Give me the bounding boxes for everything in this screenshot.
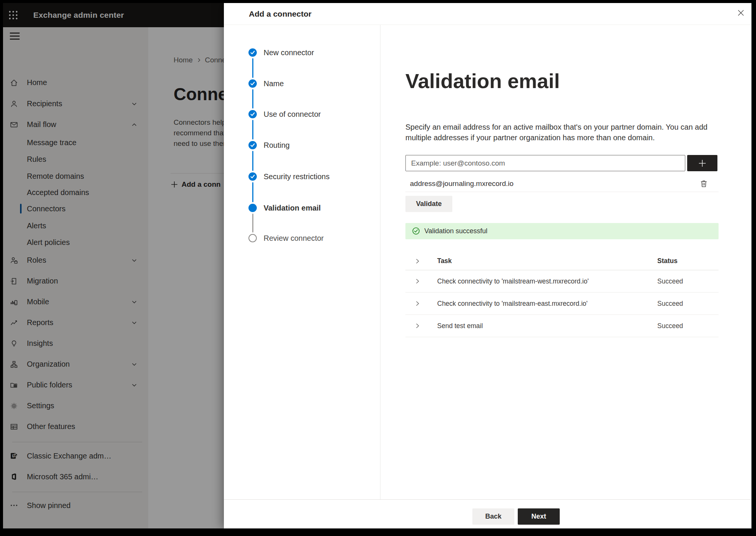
success-message: Validation successful [424, 223, 487, 239]
step-current-icon [248, 204, 257, 212]
added-address-row: address@journaling.mxrecord.io [405, 175, 719, 192]
validation-success-banner: Validation successful [405, 223, 719, 239]
step-heading: Validation email [405, 70, 560, 92]
chevron-right-icon[interactable] [414, 323, 421, 329]
step-review-connector[interactable]: Review connector [264, 234, 324, 242]
add-connector-dialog: Add a connector New connector Name [224, 3, 751, 528]
step-complete-icon [248, 141, 257, 149]
step-connector-line [252, 214, 253, 232]
step-connector-line [252, 89, 253, 108]
step-new-connector[interactable]: New connector [264, 48, 314, 57]
table-row[interactable]: Check connectivity to 'mailstream-east.m… [405, 293, 719, 315]
step-validation-email[interactable]: Validation email [264, 204, 321, 212]
close-icon[interactable] [736, 8, 746, 18]
task-cell: Check connectivity to 'mailstream-west.m… [437, 270, 589, 292]
wizard-content-divider [380, 25, 380, 499]
step-connector-line [252, 151, 253, 171]
task-cell: Check connectivity to 'mailstream-east.m… [437, 293, 588, 314]
success-check-icon [412, 227, 420, 235]
step-complete-icon [248, 48, 257, 57]
added-address-text: address@journaling.mxrecord.io [410, 175, 514, 192]
chevron-right-icon[interactable] [414, 301, 421, 307]
next-button[interactable]: Next [518, 508, 560, 525]
table-header-row: Task Status [405, 252, 719, 270]
step-complete-icon [248, 172, 257, 181]
table-row[interactable]: Check connectivity to 'mailstream-west.m… [405, 270, 719, 293]
step-description: Specify an email address for an active m… [405, 122, 723, 143]
plus-icon [697, 158, 707, 168]
table-row[interactable]: Send test email Succeed [405, 315, 719, 337]
step-name[interactable]: Name [264, 79, 284, 88]
column-header-status: Status [657, 252, 677, 270]
dialog-footer-divider [224, 499, 751, 500]
dialog-header-divider [224, 25, 751, 25]
back-button[interactable]: Back [472, 508, 514, 525]
screen: Exchange admin center Home Recipients [0, 0, 756, 536]
column-header-task: Task [437, 252, 452, 270]
validate-button[interactable]: Validate [405, 196, 452, 212]
status-cell: Succeed [657, 270, 683, 292]
exchange-admin-app: Exchange admin center Home Recipients [3, 3, 751, 528]
step-complete-icon [248, 79, 257, 88]
add-address-button[interactable] [687, 155, 717, 171]
chevron-right-icon[interactable] [414, 278, 421, 284]
step-upcoming-icon [248, 234, 257, 242]
step-connector-line [252, 58, 253, 78]
status-cell: Succeed [657, 315, 683, 337]
chevron-right-icon[interactable] [414, 258, 421, 264]
step-use-of-connector[interactable]: Use of connector [264, 110, 321, 118]
step-connector-line [252, 182, 253, 202]
step-security-restrictions[interactable]: Security restrictions [264, 172, 330, 181]
email-address-input[interactable] [405, 155, 685, 171]
task-cell: Send test email [437, 315, 483, 337]
validation-results-table: Task Status Check connectivity to 'mails… [405, 252, 719, 337]
step-complete-icon [248, 110, 257, 118]
step-connector-line [252, 120, 253, 139]
dialog-title: Add a connector [249, 3, 312, 25]
trash-icon[interactable] [699, 179, 708, 188]
step-routing[interactable]: Routing [264, 141, 290, 149]
status-cell: Succeed [657, 293, 683, 314]
